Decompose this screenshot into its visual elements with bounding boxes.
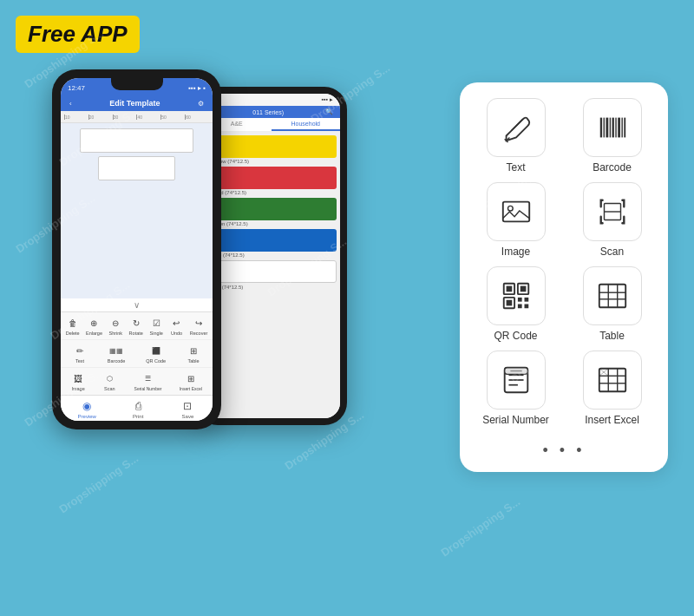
feature-grid: Text Barcode bbox=[472, 98, 656, 426]
sec-title: 011 Series) bbox=[252, 109, 284, 115]
feature-scan[interactable]: Scan bbox=[568, 182, 656, 258]
list-item: ...5 red (74*12.5) bbox=[206, 167, 337, 195]
svg-rect-6 bbox=[615, 118, 616, 138]
feature-table[interactable]: Table bbox=[568, 266, 656, 342]
serial-icon bbox=[500, 364, 533, 396]
canvas-area bbox=[61, 123, 213, 298]
toolbar-enlarge[interactable]: ⊕ Enlarge bbox=[86, 316, 102, 336]
time: 12:47 bbox=[68, 84, 85, 92]
tool-barcode[interactable]: ▦▦ Barcode bbox=[108, 344, 126, 364]
canvas-element-1 bbox=[80, 128, 193, 153]
pencil-icon bbox=[500, 111, 533, 144]
tab-household[interactable]: Household bbox=[272, 118, 341, 131]
sec-status-bar: 9:11 ▪▪▪ ▸ bbox=[202, 94, 340, 106]
svg-rect-3 bbox=[606, 118, 608, 138]
svg-rect-20 bbox=[524, 298, 528, 302]
toolbar-recover[interactable]: ↪ Recover bbox=[190, 316, 207, 336]
svg-point-11 bbox=[507, 206, 513, 211]
text-icon-box bbox=[487, 98, 546, 157]
tool-excel[interactable]: ⊞ Insert Excel bbox=[180, 371, 202, 391]
canvas-element-2 bbox=[98, 156, 176, 180]
svg-rect-4 bbox=[609, 118, 610, 138]
svg-rect-21 bbox=[517, 305, 521, 309]
phone-main-screen: 12:47 ▪▪▪ ▸ ▪ ‹ Edit Template ⚙ 10 20 30… bbox=[61, 78, 213, 421]
tool-table[interactable]: ⊞ Table bbox=[187, 344, 200, 364]
image-icon bbox=[500, 195, 533, 228]
list-item: ...yellow (74*12.5) bbox=[206, 135, 337, 164]
sec-labels-list: ...yellow (74*12.5) ...5 red (74*12.5) .… bbox=[202, 132, 340, 418]
svg-rect-1 bbox=[599, 118, 601, 138]
toolbar-delete[interactable]: 🗑 Delete bbox=[66, 316, 80, 336]
phones-container: 12:47 ▪▪▪ ▸ ▪ ‹ Edit Template ⚙ 10 20 30… bbox=[52, 69, 221, 429]
svg-rect-7 bbox=[618, 118, 620, 138]
free-app-badge: Free APP bbox=[16, 16, 140, 53]
nav-preview[interactable]: ◉ Preview bbox=[78, 399, 96, 419]
excel-icon bbox=[596, 364, 629, 396]
tool-scan[interactable]: ⬡ Scan bbox=[102, 371, 116, 391]
tool-serial[interactable]: ☰ Serial Number bbox=[134, 371, 162, 391]
svg-rect-22 bbox=[524, 305, 528, 309]
tools-row-1: ✏ Text ▦▦ Barcode ⬛ QR Code ⊞ Table bbox=[61, 339, 213, 367]
tool-image[interactable]: 🖼 Image bbox=[71, 371, 85, 391]
tool-qrcode[interactable]: ⬛ QR Code bbox=[146, 344, 166, 364]
svg-rect-9 bbox=[624, 118, 625, 138]
sec-signal: ▪▪▪ ▸ bbox=[322, 96, 333, 103]
label-green[interactable] bbox=[206, 198, 337, 220]
feature-excel[interactable]: Insert Excel bbox=[568, 351, 656, 426]
svg-rect-5 bbox=[612, 118, 613, 138]
phone-main: 12:47 ▪▪▪ ▸ ▪ ‹ Edit Template ⚙ 10 20 30… bbox=[52, 69, 221, 429]
excel-icon-box bbox=[583, 351, 642, 410]
svg-rect-16 bbox=[520, 286, 526, 292]
feature-scan-label: Scan bbox=[600, 246, 624, 258]
nav-bar: ‹ Edit Template ⚙ bbox=[61, 95, 213, 111]
feature-barcode[interactable]: Barcode bbox=[568, 98, 656, 174]
svg-rect-19 bbox=[517, 298, 521, 302]
canvas-empty bbox=[66, 184, 207, 293]
toolbar-shrink[interactable]: ⊖ Shrink bbox=[108, 316, 122, 336]
feature-image-label: Image bbox=[501, 246, 530, 258]
feature-text[interactable]: Text bbox=[472, 98, 560, 174]
nav-print[interactable]: ⎙ Print bbox=[130, 399, 146, 419]
label-yellow[interactable] bbox=[206, 135, 337, 158]
feature-qrcode[interactable]: QR Code bbox=[472, 266, 560, 342]
tool-text[interactable]: ✏ Text bbox=[73, 344, 87, 364]
feature-text-label: Text bbox=[506, 161, 525, 174]
bottom-nav: ◉ Preview ⎙ Print ⊡ Save bbox=[61, 395, 213, 421]
ruler: 10 20 30 40 50 60 bbox=[61, 111, 213, 123]
toolbar-single[interactable]: ☑ Single bbox=[149, 316, 163, 336]
tools-row-2: 🖼 Image ⬡ Scan ☰ Serial Number ⊞ Insert … bbox=[61, 367, 213, 395]
scan-icon bbox=[596, 195, 629, 228]
feature-excel-label: Insert Excel bbox=[585, 414, 639, 426]
table-icon bbox=[596, 279, 629, 312]
label-white[interactable] bbox=[206, 260, 337, 283]
label-red[interactable] bbox=[206, 167, 337, 189]
feature-serial-label: Serial Number bbox=[482, 414, 549, 426]
svg-rect-10 bbox=[502, 202, 528, 222]
toolbar-rotate[interactable]: ↻ Rotate bbox=[129, 316, 143, 336]
svg-rect-2 bbox=[603, 118, 604, 138]
phone-secondary-screen: 9:11 ▪▪▪ ▸ ‹ 011 Series) 🔍 A&E Household… bbox=[202, 94, 340, 418]
feature-serial[interactable]: Serial Number bbox=[472, 351, 560, 426]
serial-icon-box bbox=[487, 351, 546, 410]
label-blue[interactable] bbox=[206, 229, 337, 252]
free-app-text: Free APP bbox=[28, 21, 128, 47]
sec-search[interactable]: 🔍 bbox=[325, 108, 333, 115]
feature-panel: Text Barcode bbox=[460, 82, 668, 472]
svg-rect-23 bbox=[599, 285, 625, 308]
barcode-icon-box bbox=[583, 98, 642, 157]
list-item: ...blue (74*12.5) bbox=[206, 229, 337, 258]
list-item: ...(自) (74*12.5) bbox=[206, 260, 337, 292]
toolbar-undo[interactable]: ↩ Undo bbox=[169, 316, 183, 336]
settings-icon[interactable]: ⚙ bbox=[198, 100, 204, 108]
sec-tabs: A&E Household bbox=[202, 118, 340, 132]
feature-dots: • • • bbox=[472, 438, 656, 460]
chevron: ∨ bbox=[61, 298, 213, 311]
feature-image[interactable]: Image bbox=[472, 182, 560, 258]
signal-icons: ▪▪▪ ▸ ▪ bbox=[188, 84, 206, 92]
feature-table-label: Table bbox=[599, 330, 625, 342]
list-item: ...green (74*12.5) bbox=[206, 198, 337, 226]
phone-notch bbox=[111, 78, 163, 90]
nav-save[interactable]: ⊡ Save bbox=[180, 399, 195, 419]
top-toolbar: 🗑 Delete ⊕ Enlarge ⊖ Shrink ↻ Rotate ☑ bbox=[61, 311, 213, 339]
back-icon[interactable]: ‹ bbox=[69, 100, 72, 108]
